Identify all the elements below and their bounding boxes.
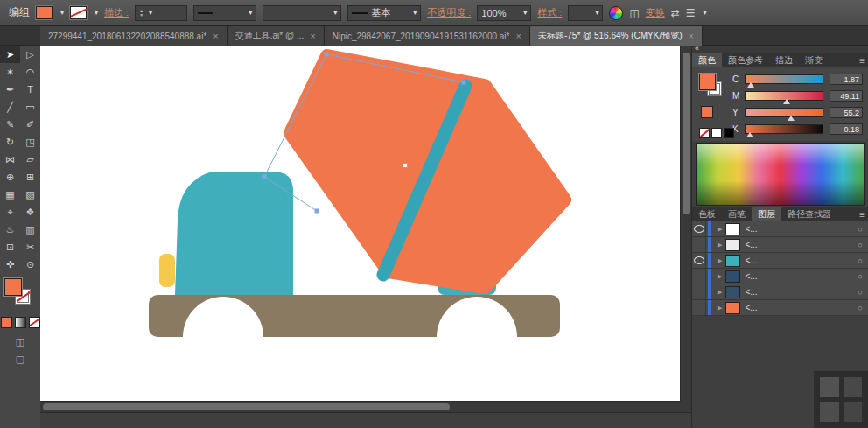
horizontal-scroll-thumb[interactable] bbox=[43, 403, 450, 410]
layer-row[interactable]: ▶ <... ○ bbox=[692, 269, 868, 284]
stroke-color-swatch[interactable] bbox=[70, 6, 87, 19]
line-tool[interactable]: ╱ bbox=[0, 98, 20, 116]
magic-wand-tool[interactable]: ✶ bbox=[0, 63, 20, 81]
stroke-weight-arrow[interactable]: ▾ bbox=[149, 9, 152, 17]
document-tab-2[interactable]: 交通工具.ai* @ ... × bbox=[228, 26, 325, 46]
layer-row[interactable]: ▶ <... ○ bbox=[692, 221, 868, 237]
stroke-dropdown-arrow[interactable]: ▾ bbox=[94, 9, 98, 17]
mesh-tool[interactable]: ▦ bbox=[0, 186, 20, 203]
expand-arrow-icon[interactable]: ▶ bbox=[718, 242, 722, 249]
layer-row[interactable]: ▶ <... ○ bbox=[692, 284, 868, 300]
panel-last-color[interactable] bbox=[701, 106, 713, 118]
fill-stroke-proxy[interactable] bbox=[0, 277, 40, 312]
style-dropdown[interactable]: ▾ bbox=[568, 5, 603, 21]
anchor-point[interactable] bbox=[325, 53, 329, 57]
stroke-style-dropdown[interactable]: 基本 ▾ bbox=[347, 5, 421, 21]
tab-close-icon[interactable]: × bbox=[213, 31, 218, 41]
perspective-grid-tool[interactable]: ⊞ bbox=[20, 168, 40, 186]
magenta-value-field[interactable]: 49.11 bbox=[830, 90, 863, 102]
opacity-field[interactable]: 100% ▾ bbox=[477, 5, 531, 21]
color-mode-button[interactable] bbox=[1, 317, 12, 328]
tab-close-icon[interactable]: × bbox=[310, 31, 315, 41]
fill-proxy-swatch[interactable] bbox=[4, 278, 22, 296]
tab-close-icon[interactable]: × bbox=[515, 31, 521, 41]
fill-dropdown-arrow[interactable]: ▾ bbox=[60, 9, 64, 17]
visibility-eye-icon[interactable] bbox=[694, 256, 704, 264]
target-circle-icon[interactable]: ○ bbox=[858, 288, 863, 297]
cyan-slider[interactable] bbox=[745, 74, 823, 84]
cyan-value-field[interactable]: 1.87 bbox=[830, 74, 863, 85]
target-circle-icon[interactable]: ○ bbox=[858, 272, 863, 281]
layer-thumbnail[interactable] bbox=[725, 302, 740, 314]
magenta-slider[interactable] bbox=[745, 91, 823, 101]
layer-thumbnail[interactable] bbox=[725, 223, 740, 235]
graph-tool[interactable]: ▥ bbox=[20, 221, 40, 238]
horizontal-scrollbar[interactable] bbox=[40, 401, 680, 412]
width-tool[interactable]: ⋈ bbox=[0, 151, 20, 168]
document-tab-3[interactable]: Nipic_29842067_20190904191531162000.ai* … bbox=[325, 26, 530, 46]
draw-mode-button[interactable]: ◫ bbox=[16, 336, 24, 347]
expand-arrow-icon[interactable]: ▶ bbox=[718, 305, 722, 312]
white-swatch[interactable] bbox=[711, 128, 722, 138]
recolor-artwork-icon[interactable] bbox=[609, 6, 623, 20]
lasso-tool[interactable]: ◠ bbox=[20, 63, 40, 81]
tab-layers[interactable]: 图层 bbox=[752, 207, 781, 221]
collapse-panels-icon[interactable]: « bbox=[695, 44, 699, 53]
black-value-field[interactable]: 0.18 bbox=[830, 123, 863, 135]
vertical-scrollbar[interactable] bbox=[680, 46, 691, 401]
vertical-scroll-thumb[interactable] bbox=[682, 53, 690, 214]
yellow-value-field[interactable]: 55.2 bbox=[830, 107, 863, 118]
style-link[interactable]: 样式 : bbox=[537, 6, 562, 19]
layer-row[interactable]: ▶ <... ○ bbox=[692, 300, 868, 316]
width-profile-dropdown[interactable]: ▾ bbox=[193, 5, 256, 21]
slider-knob[interactable] bbox=[746, 132, 753, 137]
tab-gradient[interactable]: 渐变 bbox=[799, 53, 829, 67]
none-mode-button[interactable] bbox=[29, 317, 40, 328]
shape-builder-tool[interactable]: ⊕ bbox=[0, 168, 20, 186]
anchor-point[interactable] bbox=[462, 81, 466, 85]
scale-tool[interactable]: ◳ bbox=[20, 133, 40, 151]
layer-row[interactable]: ▶ <... ○ bbox=[692, 237, 868, 253]
none-swatch[interactable] bbox=[699, 128, 710, 138]
layer-label[interactable]: <... bbox=[745, 287, 757, 297]
black-slider[interactable] bbox=[745, 124, 823, 134]
gradient-mode-button[interactable] bbox=[15, 317, 26, 328]
slider-knob[interactable] bbox=[747, 82, 754, 88]
slider-knob[interactable] bbox=[788, 116, 794, 121]
layer-thumbnail[interactable] bbox=[725, 255, 740, 267]
layer-thumbnail[interactable] bbox=[725, 270, 740, 283]
tab-color[interactable]: 颜色 bbox=[692, 53, 722, 67]
target-circle-icon[interactable]: ○ bbox=[858, 225, 863, 234]
expand-arrow-icon[interactable]: ▶ bbox=[718, 273, 722, 280]
layer-label[interactable]: <... bbox=[745, 303, 757, 312]
expand-arrow-icon[interactable]: ▶ bbox=[718, 226, 722, 233]
brush-definition-dropdown[interactable]: ▾ bbox=[262, 5, 341, 21]
layer-label[interactable]: <... bbox=[745, 271, 757, 281]
anchor-point[interactable] bbox=[315, 209, 319, 214]
tab-pathfinder[interactable]: 路径查找器 bbox=[781, 207, 837, 221]
anchor-point[interactable] bbox=[262, 175, 267, 179]
layer-label[interactable]: <... bbox=[745, 224, 757, 234]
yellow-slider[interactable] bbox=[745, 108, 823, 117]
slider-knob[interactable] bbox=[783, 99, 790, 104]
document-tab-1[interactable]: 27299441_201806132202088540888.ai* × bbox=[40, 26, 228, 46]
gradient-tool[interactable]: ▧ bbox=[20, 186, 40, 203]
align-menu-icon[interactable]: ☰ bbox=[686, 7, 696, 19]
panel-menu-icon[interactable]: ≡ bbox=[859, 210, 864, 220]
rotate-tool[interactable]: ↻ bbox=[0, 133, 20, 151]
artboard-tool[interactable]: ⊡ bbox=[0, 238, 20, 256]
fill-color-swatch[interactable] bbox=[36, 6, 52, 19]
expand-arrow-icon[interactable]: ▶ bbox=[718, 289, 722, 296]
black-swatch[interactable] bbox=[724, 128, 734, 138]
align-menu-arrow[interactable]: ▾ bbox=[704, 9, 707, 17]
cab-light[interactable] bbox=[159, 254, 175, 287]
tab-color-guide[interactable]: 颜色参考 bbox=[722, 53, 769, 67]
opacity-link[interactable]: 不透明度 : bbox=[427, 6, 471, 19]
type-tool[interactable]: T bbox=[20, 81, 40, 98]
visibility-eye-icon[interactable] bbox=[694, 225, 704, 233]
pen-tool[interactable]: ✒ bbox=[0, 81, 20, 98]
paintbrush-tool[interactable]: ✎ bbox=[0, 116, 20, 133]
stroke-link[interactable]: 描边 : bbox=[104, 6, 129, 19]
document-tab-active[interactable]: 未标题-75* @ 516.64% (CMYK/预览) × bbox=[530, 26, 703, 46]
tab-close-icon[interactable]: × bbox=[689, 31, 694, 41]
